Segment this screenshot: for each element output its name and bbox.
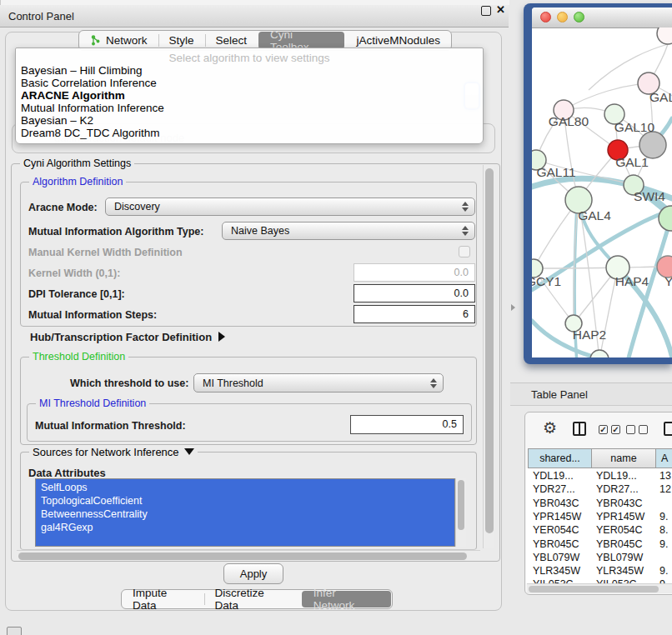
node-label: Y	[664, 274, 672, 288]
table-cell[interactable]: YPR145W	[596, 511, 644, 522]
network-tab-icon	[90, 35, 101, 46]
scrollbar-thumb[interactable]	[458, 480, 464, 530]
attribute-item-selected[interactable]: BetweennessCentrality	[41, 508, 148, 520]
table-cell[interactable]: YDR27...	[533, 483, 575, 495]
kernel-width-label: Kernel Width (0,1):	[28, 268, 120, 279]
mi-type-select[interactable]: Naive Bayes	[222, 222, 475, 240]
table-cell[interactable]: YBR045C	[596, 538, 643, 550]
dpi-tolerance-field[interactable]: 0.0	[354, 284, 475, 302]
node-label: HAP4	[615, 274, 649, 288]
sources-group-title[interactable]: Sources for Network Inference	[29, 446, 198, 458]
tab-cyni-toolbox[interactable]: Cyni Toolbox	[258, 32, 344, 49]
close-icon[interactable]: ✕	[496, 3, 505, 16]
table-cell[interactable]: YBL079W	[533, 552, 579, 563]
which-threshold-value: MI Threshold	[203, 378, 263, 389]
algorithm-definition-title: Algorithm Definition	[29, 176, 126, 188]
table-cell[interactable]: 9.	[659, 538, 668, 550]
attribute-item-selected[interactable]: SelfLoops	[41, 482, 88, 493]
collapsed-arrow-icon	[218, 332, 225, 342]
table-cell[interactable]: YLR345W	[533, 565, 580, 577]
zoom-traffic-light-icon[interactable]	[574, 12, 584, 22]
algorithm-dropdown-popup: Select algorithm to view settings Bayesi…	[15, 48, 484, 144]
algorithm-option[interactable]: Bayesian – Hill Climbing	[21, 64, 143, 77]
table-cell[interactable]: YER054C	[596, 524, 643, 536]
settings-vertical-scrollbar[interactable]	[483, 165, 494, 548]
aracne-mode-select[interactable]: Discovery	[105, 198, 475, 216]
which-threshold-select[interactable]: MI Threshold	[193, 373, 444, 392]
algorithm-option[interactable]: Mutual Information Inference	[21, 102, 164, 114]
table-function-icon[interactable]	[664, 422, 672, 436]
node[interactable]	[590, 350, 609, 358]
apply-button[interactable]: Apply	[223, 563, 283, 584]
tab-discretize-data[interactable]: Discretize Data	[204, 590, 301, 608]
gear-icon[interactable]: ⚙	[543, 420, 557, 436]
spinner-arrows-icon	[430, 374, 437, 392]
checked-box-icon: ✓	[599, 425, 608, 434]
dock-panel-icon[interactable]	[7, 627, 22, 635]
column-header-clipped[interactable]: A	[655, 448, 672, 468]
attribute-list-scrollbar[interactable]	[455, 478, 466, 547]
table-cell[interactable]: YBR045C	[533, 538, 579, 550]
network-view-inner: GAL GAL80 GAL10 GAL1 GAL11 SWI4 GAL4 HAP…	[532, 8, 672, 358]
tab-infer-network[interactable]: Infer Network	[302, 591, 391, 608]
minimize-traffic-light-icon[interactable]	[557, 12, 568, 22]
algorithm-option[interactable]: Bayesian – K2	[21, 114, 93, 127]
node-label: GAL1	[615, 155, 649, 169]
table-horizontal-scrollbar[interactable]	[527, 583, 672, 593]
mi-threshold-field[interactable]: 0.5	[350, 415, 464, 434]
attribute-item-selected[interactable]: gal4RGexp	[41, 522, 93, 533]
column-header-name[interactable]: name	[591, 448, 656, 468]
tab-impute-data[interactable]: Impute Data	[122, 590, 204, 608]
manual-kernel-checkbox[interactable]	[459, 246, 470, 258]
settings-horizontal-scrollbar[interactable]	[17, 550, 480, 561]
close-traffic-light-icon[interactable]	[540, 12, 551, 22]
tab-select-label: Select	[216, 34, 248, 47]
pane-splitter-arrow-icon[interactable]	[511, 304, 515, 311]
deselect-all-columns-icon[interactable]	[626, 425, 648, 434]
table-cell[interactable]: YBR043C	[533, 498, 579, 509]
spinner-arrows-icon	[462, 222, 469, 239]
node[interactable]	[657, 28, 672, 44]
which-threshold-label: Which threshold to use:	[70, 378, 188, 389]
attribute-item-selected[interactable]: TopologicalCoefficient	[41, 495, 142, 507]
node-label: HAP2	[573, 328, 607, 342]
table-cell[interactable]: YBR043C	[596, 498, 643, 509]
table-cell[interactable]: 8.	[659, 524, 668, 536]
hub-definition-toggle[interactable]: Hub/Transcription Factor Definition	[30, 331, 225, 343]
table-cell[interactable]: YBL079W	[596, 552, 643, 563]
table-cell[interactable]: 9.	[659, 565, 668, 577]
bottom-tabbar: Impute Data Discretize Data Infer Networ…	[121, 589, 393, 609]
algorithm-option[interactable]: Basic Correlation Inference	[21, 77, 157, 89]
table-cell[interactable]: YLR345W	[596, 565, 644, 577]
column-header-shared-name[interactable]: shared...	[528, 448, 592, 468]
table-cell[interactable]: YPR145W	[533, 511, 581, 522]
table-cell[interactable]: YDL19...	[596, 470, 637, 482]
table-cell[interactable]: YER054C	[533, 524, 579, 536]
scrollbar-thumb[interactable]	[485, 168, 494, 533]
scrollbar-thumb[interactable]	[18, 552, 467, 560]
table-cell[interactable]: YDL19...	[533, 470, 574, 482]
scrollbar-thumb[interactable]	[529, 586, 659, 592]
node-label: GAL80	[549, 114, 589, 128]
table-cell[interactable]: 12	[659, 483, 671, 495]
aracne-mode-label: Aracne Mode:	[28, 202, 98, 213]
select-all-columns-icon[interactable]: ✓ ✓	[599, 425, 620, 434]
data-attributes-list[interactable]: SelfLoops TopologicalCoefficient Between…	[35, 478, 455, 547]
mi-type-label: Mutual Information Algorithm Type:	[28, 226, 203, 238]
table-cell[interactable]: YDR27...	[596, 483, 639, 495]
kernel-width-field[interactable]: 0.0	[354, 263, 475, 282]
network-view-window[interactable]: GAL GAL80 GAL10 GAL1 GAL11 SWI4 GAL4 HAP…	[524, 3, 672, 364]
settings-group-title: Cyni Algorithm Settings	[20, 158, 134, 169]
float-panel-icon[interactable]	[481, 6, 491, 16]
table-body[interactable]: YDL19... YDL19... 13 YDR27... YDR27... 1…	[526, 468, 672, 583]
table-cell[interactable]: 13	[659, 470, 671, 482]
network-window-titlebar[interactable]	[532, 8, 672, 28]
mi-steps-label: Mutual Information Steps:	[28, 309, 157, 321]
mi-steps-field[interactable]: 6	[354, 305, 475, 323]
algorithm-option[interactable]: Dream8 DC_TDC Algorithm	[21, 127, 160, 139]
network-canvas[interactable]: GAL GAL80 GAL10 GAL1 GAL11 SWI4 GAL4 HAP…	[532, 28, 672, 358]
algorithm-option-highlighted[interactable]: ARACNE Algorithm	[21, 89, 125, 102]
split-pane-icon[interactable]	[573, 422, 586, 436]
table-cell[interactable]: 9.	[659, 511, 668, 522]
dpi-tolerance-label: DPI Tolerance [0,1]:	[28, 288, 125, 300]
